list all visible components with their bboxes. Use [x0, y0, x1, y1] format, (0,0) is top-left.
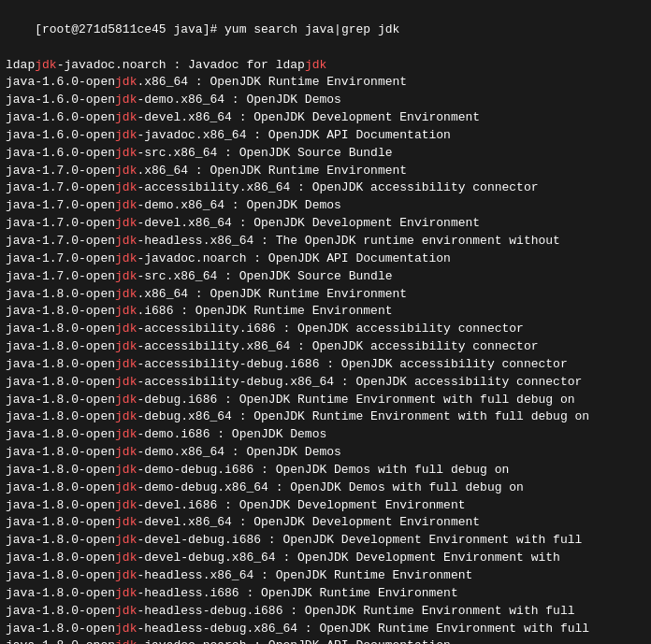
list-item: java-1.8.0-openjdk-debug.x86_64 : OpenJD… [6, 408, 645, 426]
list-item: java-1.6.0-openjdk-javadoc.x86_64 : Open… [6, 127, 645, 145]
list-item: java-1.6.0-openjdk-demo.x86_64 : OpenJDK… [6, 92, 645, 109]
list-item: java-1.7.0-openjdk-headless.x86_64 : The… [6, 233, 645, 250]
list-item: java-1.8.0-openjdk-headless-debug.i686 :… [6, 603, 645, 621]
list-item: java-1.8.0-openjdk-demo.i686 : OpenJDK D… [6, 426, 645, 444]
list-item: java-1.8.0-openjdk-demo-debug.x86_64 : O… [6, 479, 645, 497]
list-item: java-1.8.0-openjdk-accessibility-debug.x… [6, 374, 645, 392]
list-item: java-1.8.0-openjdk-headless.i686 : OpenJ… [6, 585, 645, 603]
list-item: java-1.8.0-openjdk-accessibility-debug.i… [6, 356, 645, 374]
list-item: java-1.7.0-openjdk-devel.x86_64 : OpenJD… [6, 215, 645, 233]
list-item: java-1.8.0-openjdk-javadoc.noarch : Open… [6, 637, 645, 644]
terminal-window: [root@271d5811ce45 java]# yum search jav… [0, 0, 651, 644]
list-item: java-1.8.0-openjdk-accessibility.i686 : … [6, 321, 645, 338]
list-item: java-1.8.0-openjdk-accessibility.x86_64 … [6, 338, 645, 356]
list-item: java-1.8.0-openjdk-demo.x86_64 : OpenJDK… [6, 444, 645, 462]
list-item: java-1.8.0-openjdk-devel-debug.x86_64 : … [6, 550, 645, 567]
prompt: [root@271d5811ce45 java]# [35, 22, 224, 36]
list-item: java-1.6.0-openjdk-devel.x86_64 : OpenJD… [6, 109, 645, 127]
list-item: java-1.8.0-openjdk-debug.i686 : OpenJDK … [6, 392, 645, 409]
list-item: java-1.8.0-openjdk-devel-debug.i686 : Op… [6, 532, 645, 550]
list-item: java-1.6.0-openjdk.x86_64 : OpenJDK Runt… [6, 74, 645, 92]
list-item: java-1.7.0-openjdk-javadoc.noarch : Open… [6, 250, 645, 268]
list-item: java-1.8.0-openjdk-headless.x86_64 : Ope… [6, 567, 645, 585]
list-item: java-1.7.0-openjdk-accessibility.x86_64 … [6, 179, 645, 197]
list-item: java-1.8.0-openjdk.x86_64 : OpenJDK Runt… [6, 286, 645, 304]
list-item: java-1.8.0-openjdk-devel.x86_64 : OpenJD… [6, 514, 645, 532]
list-item: java-1.7.0-openjdk-demo.x86_64 : OpenJDK… [6, 197, 645, 215]
list-item: java-1.8.0-openjdk.i686 : OpenJDK Runtim… [6, 303, 645, 321]
list-item: java-1.7.0-openjdk.x86_64 : OpenJDK Runt… [6, 163, 645, 180]
list-item: java-1.8.0-openjdk-demo-debug.i686 : Ope… [6, 462, 645, 479]
command-line: [root@271d5811ce45 java]# yum search jav… [6, 4, 645, 57]
list-item: java-1.8.0-openjdk-devel.i686 : OpenJDK … [6, 497, 645, 515]
list-item: java-1.6.0-openjdk-src.x86_64 : OpenJDK … [6, 145, 645, 163]
command-text: yum search java|grep jdk [224, 22, 399, 36]
list-item: java-1.7.0-openjdk-src.x86_64 : OpenJDK … [6, 268, 645, 286]
list-item: ldapjdk-javadoc.noarch : Javadoc for lda… [6, 57, 645, 75]
list-item: java-1.8.0-openjdk-headless-debug.x86_64… [6, 621, 645, 638]
